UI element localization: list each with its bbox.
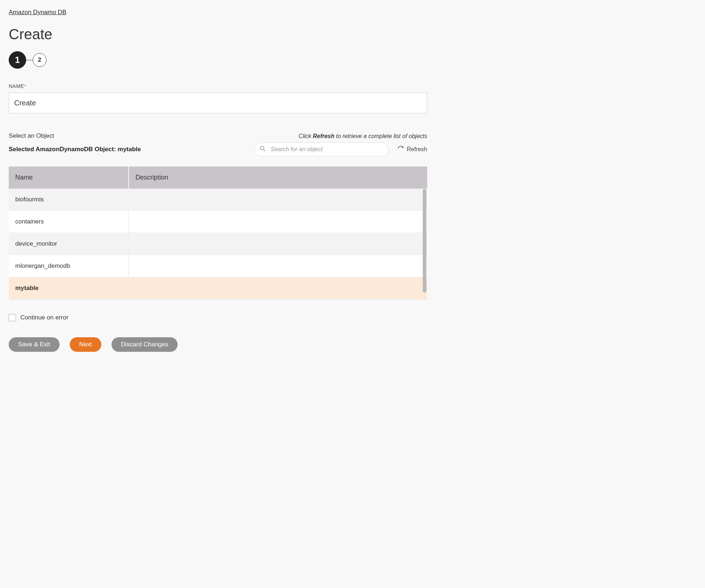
search-input[interactable] <box>254 142 389 156</box>
hint-pre: Click <box>299 133 313 139</box>
search-icon <box>259 145 266 153</box>
selected-object-text: Selected AmazonDynamoDB Object: mytable <box>9 146 141 153</box>
svg-point-0 <box>260 146 264 150</box>
cell-name: mlonergan_demodb <box>9 255 129 277</box>
table-row[interactable]: biofourmis <box>9 189 427 211</box>
object-table: Name Description biofourmiscontainersdev… <box>9 166 427 299</box>
hint-bold: Refresh <box>313 133 335 139</box>
stepper: 1 2 <box>9 51 427 69</box>
cell-description <box>129 233 427 255</box>
step-2[interactable]: 2 <box>33 53 46 67</box>
refresh-icon <box>397 145 404 153</box>
cell-description <box>129 255 427 277</box>
refresh-hint: Click Refresh to retrieve a complete lis… <box>299 133 427 140</box>
page-title: Create <box>9 26 427 43</box>
hint-post: to retrieve a complete list of objects <box>335 133 427 139</box>
cell-description <box>129 189 427 211</box>
scrollbar-thumb[interactable] <box>423 189 426 293</box>
continue-on-error-label: Continue on error <box>20 314 68 321</box>
step-connector <box>26 60 33 60</box>
save-exit-button[interactable]: Save & Exit <box>9 337 60 352</box>
refresh-button[interactable]: Refresh <box>397 145 427 153</box>
table-row[interactable]: device_monitor <box>9 233 427 255</box>
name-label-text: NAME <box>9 83 24 89</box>
cell-name: containers <box>9 211 129 233</box>
table-row[interactable]: mytable <box>9 277 427 299</box>
table-row[interactable]: mlonergan_demodb <box>9 255 427 277</box>
refresh-label: Refresh <box>407 146 427 153</box>
col-header-name[interactable]: Name <box>9 166 129 189</box>
step-1[interactable]: 1 <box>9 51 26 69</box>
required-asterisk: * <box>24 83 26 89</box>
next-button[interactable]: Next <box>70 337 101 352</box>
table-row[interactable]: containers <box>9 211 427 233</box>
name-label: NAME* <box>9 83 427 89</box>
breadcrumb-link[interactable]: Amazon Dynamo DB <box>9 9 66 16</box>
col-header-description[interactable]: Description <box>129 166 427 189</box>
cell-name: mytable <box>9 277 129 299</box>
name-input[interactable] <box>9 93 427 113</box>
object-table-container: Name Description biofourmiscontainersdev… <box>9 166 427 299</box>
continue-on-error-checkbox[interactable] <box>9 314 16 321</box>
svg-line-1 <box>263 149 265 151</box>
table-scrollbar[interactable] <box>422 189 427 299</box>
select-object-label: Select an Object <box>9 132 54 140</box>
cell-name: device_monitor <box>9 233 129 255</box>
cell-description <box>129 211 427 233</box>
selected-object-prefix: Selected AmazonDynamoDB Object: <box>9 146 118 153</box>
discard-changes-button[interactable]: Discard Changes <box>112 337 178 352</box>
selected-object-value: mytable <box>118 146 141 153</box>
cell-description <box>129 277 427 299</box>
cell-name: biofourmis <box>9 189 129 211</box>
